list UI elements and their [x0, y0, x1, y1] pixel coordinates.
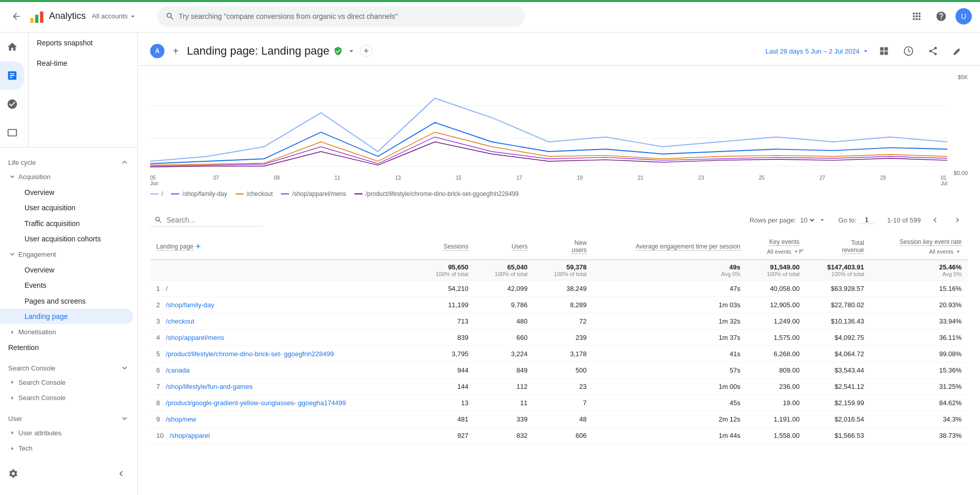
col-avg-engagement[interactable]: Average engagement time per session [593, 234, 747, 260]
totals-landing-page [150, 260, 415, 281]
user-chevron-icon [120, 414, 129, 423]
search-console-section[interactable]: Search Console [0, 355, 137, 375]
rows-per-page-select[interactable]: 10 25 50 [798, 216, 816, 225]
date-range-selector[interactable]: Last 28 days 5 Jun – 2 Jul 2024 [766, 47, 870, 55]
all-accounts-dropdown[interactable]: All accounts [92, 12, 137, 20]
user-avatar[interactable]: U [955, 8, 972, 24]
sidebar-pages-screens[interactable]: Pages and screens [0, 293, 133, 309]
table-row: 9 /shop/new 481 339 48 2m 12s 1,191.00 $… [150, 411, 968, 428]
cell-avg-engagement-1: 1m 03s [593, 297, 747, 313]
chart-area: $5K $0.00 [138, 66, 980, 206]
cell-new-users-9: 606 [534, 428, 593, 444]
acquisition-group[interactable]: Acquisition [0, 169, 137, 184]
nav-reports[interactable] [0, 61, 24, 90]
col-key-events[interactable]: Key events All events [747, 234, 806, 260]
prev-page-button[interactable] [925, 210, 945, 230]
cell-session-key-event-rate-7: 84.62% [870, 395, 968, 411]
share-button[interactable] [923, 41, 943, 61]
view-toggle-icon [879, 46, 889, 56]
global-search[interactable]: Try searching "compare conversions from … [157, 6, 525, 27]
settings-button[interactable] [8, 464, 18, 483]
sidebar-reports-snapshot[interactable]: Reports snapshot [29, 33, 133, 53]
sidebar-traffic-acquisition[interactable]: Traffic acquisition [0, 215, 133, 231]
data-table: Landing page + Sessions Users [150, 234, 968, 444]
sidebar-user-acquisition[interactable]: User acquisition [0, 200, 133, 215]
monetisation-group[interactable]: Monetisation [0, 324, 137, 339]
sidebar-overview-acquisition[interactable]: Overview [0, 184, 133, 200]
sidebar-overview-engagement[interactable]: Overview [0, 262, 133, 278]
help-button[interactable] [931, 6, 951, 27]
legend-item-chrome-dino[interactable]: /product/lifestyle/chrome-dino-brick-set… [354, 190, 519, 197]
view-toggle-button[interactable] [874, 41, 894, 61]
sidebar-user-acquisition-cohorts[interactable]: User acquisition cohorts [0, 231, 133, 246]
go-to-input[interactable] [858, 216, 875, 224]
page-header-right: Last 28 days 5 Jun – 2 Jul 2024 [766, 41, 968, 61]
cell-landing-page-7: 8 /product/google-gradient-yellow-sungla… [150, 395, 415, 411]
table-row: 5 /product/lifestyle/chrome-dino-brick-s… [150, 346, 968, 362]
insights-button[interactable] [898, 41, 919, 61]
cell-landing-page-5: 6 /canada [150, 362, 415, 379]
user-section[interactable]: User [0, 406, 137, 425]
cell-avg-engagement-6: 1m 00s [593, 379, 747, 395]
apps-button[interactable] [906, 6, 927, 27]
col-landing-page[interactable]: Landing page + [150, 234, 415, 260]
cell-key-events-9: 1,558.00 [747, 428, 806, 444]
nav-explore[interactable] [0, 90, 24, 118]
search-console-sub-group[interactable]: Search Console [0, 375, 137, 390]
table-search-input[interactable] [166, 216, 258, 224]
sidebar-landing-page[interactable]: Landing page [0, 309, 133, 324]
add-comparison-button[interactable]: + [169, 44, 183, 58]
col-session-key-event-rate[interactable]: Session key event rate All events [870, 234, 968, 260]
legend-item-apparel-mens[interactable]: /shop/apparel/mens [281, 190, 346, 197]
search-console-sub2-group[interactable]: Search Console [0, 390, 137, 406]
back-button[interactable] [8, 8, 25, 24]
table-body: 95,650 100% of total 65,040 100% of tota… [150, 260, 968, 444]
title-chevron-icon[interactable] [347, 46, 356, 56]
cell-new-users-2: 72 [534, 313, 593, 330]
svg-rect-0 [30, 18, 33, 23]
go-to-page: Go to: [839, 216, 875, 224]
tech-group[interactable]: Tech [0, 441, 137, 456]
sidebar-real-time[interactable]: Real-time [29, 53, 133, 73]
next-page-button[interactable] [947, 210, 968, 230]
sidebar-events[interactable]: Events [0, 278, 133, 293]
user-attributes-group[interactable]: User attributes [0, 425, 137, 440]
more-options-button[interactable] [947, 41, 968, 61]
col-users[interactable]: Users [474, 234, 534, 260]
cell-avg-engagement-7: 45s [593, 395, 747, 411]
settings-icon [8, 468, 18, 479]
cell-sessions-3: 839 [415, 330, 474, 346]
nav-home[interactable] [0, 33, 24, 61]
page-info: 1-10 of 599 [887, 216, 921, 224]
chart-container: $5K $0.00 [150, 74, 968, 186]
collapse-sidebar-button[interactable] [113, 465, 129, 482]
col-sessions[interactable]: Sessions [415, 234, 474, 260]
legend-item-checkout[interactable]: /checkout [235, 190, 273, 197]
topbar-actions: U [906, 6, 972, 27]
cell-total-revenue-8: $2,016.54 [806, 411, 870, 428]
chart-legend: / /shop/family-day /checkout /shop/appar… [150, 186, 968, 206]
col-new-users[interactable]: Newusers [534, 234, 593, 260]
cell-avg-engagement-0: 47s [593, 281, 747, 297]
legend-item-root[interactable]: / [150, 190, 163, 197]
cell-sessions-8: 481 [415, 411, 474, 428]
search-console2-expand-icon [8, 394, 16, 402]
legend-item-family-day[interactable]: /shop/family-day [171, 190, 227, 197]
totals-total-revenue: $147,403.91 100% of total [806, 260, 870, 281]
main-content: A + Landing page: Landing page + Last 28… [138, 33, 980, 495]
engagement-group[interactable]: Engagement [0, 246, 137, 262]
search-console-chevron-icon [120, 363, 129, 373]
add-dimension-button[interactable]: + [196, 241, 201, 252]
add-metric-header-button[interactable]: + [360, 45, 372, 57]
cell-new-users-1: 8,289 [534, 297, 593, 313]
cell-users-4: 3,224 [474, 346, 534, 362]
cell-avg-engagement-5: 57s [593, 362, 747, 379]
lifecycle-section[interactable]: Life cycle [0, 150, 137, 169]
key-events-sort-icon[interactable] [798, 248, 805, 255]
col-total-revenue[interactable]: Totalrevenue [806, 234, 870, 260]
page-header: A + Landing page: Landing page + Last 28… [138, 33, 980, 66]
prev-page-icon [930, 215, 940, 225]
cell-session-key-event-rate-1: 20.93% [870, 297, 968, 313]
nav-advertising[interactable] [0, 118, 24, 147]
sidebar-retention[interactable]: Retention [0, 340, 133, 355]
